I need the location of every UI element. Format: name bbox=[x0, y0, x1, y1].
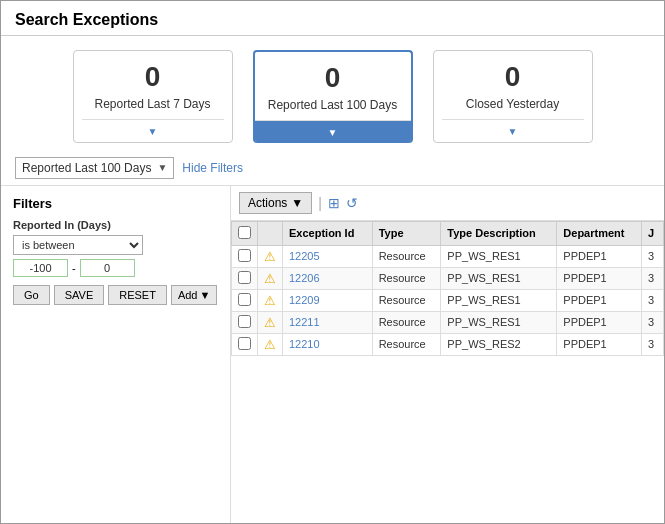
card-closed-yesterday-arrow: ▼ bbox=[442, 119, 584, 142]
exception-id-cell: 12209 bbox=[283, 289, 373, 311]
card-closed-yesterday[interactable]: 0 Closed Yesterday ▼ bbox=[433, 50, 593, 143]
j-cell: 3 bbox=[642, 267, 664, 289]
filter-condition-row: is between bbox=[13, 235, 218, 255]
type-cell: Resource bbox=[372, 267, 441, 289]
filter-condition-select[interactable]: is between bbox=[13, 235, 143, 255]
filter-number-row: - bbox=[13, 259, 218, 277]
warning-icon: ⚠ bbox=[264, 293, 276, 308]
card-reported-7-label: Reported Last 7 Days bbox=[82, 97, 224, 113]
card-reported-7-arrow: ▼ bbox=[82, 119, 224, 142]
row-checkbox[interactable] bbox=[238, 337, 251, 350]
reset-button[interactable]: RESET bbox=[108, 285, 167, 305]
table-row: ⚠12205ResourcePP_WS_RES1PPDEP13 bbox=[232, 245, 664, 267]
type-desc-cell: PP_WS_RES1 bbox=[441, 267, 557, 289]
row-checkbox[interactable] bbox=[238, 315, 251, 328]
table-row: ⚠12210ResourcePP_WS_RES2PPDEP13 bbox=[232, 333, 664, 355]
expand-icon[interactable]: ⊞ bbox=[328, 195, 340, 211]
refresh-icon[interactable]: ↺ bbox=[346, 195, 358, 211]
exceptions-table: Exception Id Type Type Description Depar… bbox=[231, 221, 664, 356]
exception-id-link[interactable]: 12209 bbox=[289, 294, 320, 306]
type-desc-cell: PP_WS_RES1 bbox=[441, 289, 557, 311]
exception-id-cell: 12211 bbox=[283, 311, 373, 333]
department-cell: PPDEP1 bbox=[557, 333, 642, 355]
table-row: ⚠12206ResourcePP_WS_RES1PPDEP13 bbox=[232, 267, 664, 289]
table-header-row: Exception Id Type Type Description Depar… bbox=[232, 221, 664, 245]
warning-icon: ⚠ bbox=[264, 249, 276, 264]
chevron-down-icon: ▼ bbox=[199, 289, 210, 301]
filter-dropdown[interactable]: Reported Last 100 Days ▼ bbox=[15, 157, 174, 179]
card-reported-7[interactable]: 0 Reported Last 7 Days ▼ bbox=[73, 50, 233, 143]
type-cell: Resource bbox=[372, 311, 441, 333]
card-closed-yesterday-number: 0 bbox=[442, 61, 584, 93]
right-panel: Actions ▼ | ⊞ ↺ Exception Id Type bbox=[231, 186, 664, 523]
th-type: Type bbox=[372, 221, 441, 245]
exception-id-link[interactable]: 12210 bbox=[289, 338, 320, 350]
department-cell: PPDEP1 bbox=[557, 289, 642, 311]
main-container: Search Exceptions 0 Reported Last 7 Days… bbox=[0, 0, 665, 524]
warning-icon: ⚠ bbox=[264, 271, 276, 286]
exception-id-link[interactable]: 12211 bbox=[289, 316, 320, 328]
table-row: ⚠12209ResourcePP_WS_RES1PPDEP13 bbox=[232, 289, 664, 311]
j-cell: 3 bbox=[642, 333, 664, 355]
warning-cell: ⚠ bbox=[258, 245, 283, 267]
select-all-checkbox[interactable] bbox=[238, 226, 251, 239]
row-checkbox[interactable] bbox=[238, 293, 251, 306]
chevron-down-icon: ▼ bbox=[328, 127, 338, 138]
save-button[interactable]: SAVE bbox=[54, 285, 105, 305]
actions-button[interactable]: Actions ▼ bbox=[239, 192, 312, 214]
type-desc-cell: PP_WS_RES1 bbox=[441, 311, 557, 333]
department-cell: PPDEP1 bbox=[557, 267, 642, 289]
warning-cell: ⚠ bbox=[258, 333, 283, 355]
add-button[interactable]: Add ▼ bbox=[171, 285, 217, 305]
row-checkbox[interactable] bbox=[238, 271, 251, 284]
type-desc-cell: PP_WS_RES1 bbox=[441, 245, 557, 267]
toolbar-separator: | bbox=[318, 195, 322, 211]
card-reported-100-number: 0 bbox=[263, 62, 403, 94]
exception-id-link[interactable]: 12206 bbox=[289, 272, 320, 284]
exception-id-link[interactable]: 12205 bbox=[289, 250, 320, 262]
filter-section-label: Reported In (Days) bbox=[13, 219, 218, 231]
card-reported-100-label: Reported Last 100 Days bbox=[263, 98, 403, 114]
table-body: ⚠12205ResourcePP_WS_RES1PPDEP13⚠12206Res… bbox=[232, 245, 664, 355]
j-cell: 3 bbox=[642, 311, 664, 333]
card-closed-yesterday-label: Closed Yesterday bbox=[442, 97, 584, 113]
cards-row: 0 Reported Last 7 Days ▼ 0 Reported Last… bbox=[1, 36, 664, 151]
hide-filters-link[interactable]: Hide Filters bbox=[182, 161, 243, 175]
th-checkbox bbox=[232, 221, 258, 245]
content-area: Filters Reported In (Days) is between - … bbox=[1, 186, 664, 523]
filter-bar: Reported Last 100 Days ▼ Hide Filters bbox=[1, 151, 664, 186]
filters-title: Filters bbox=[13, 196, 218, 211]
exception-id-cell: 12205 bbox=[283, 245, 373, 267]
department-cell: PPDEP1 bbox=[557, 311, 642, 333]
card-reported-100[interactable]: 0 Reported Last 100 Days ▼ bbox=[253, 50, 413, 143]
j-cell: 3 bbox=[642, 245, 664, 267]
type-cell: Resource bbox=[372, 245, 441, 267]
filter-from-input[interactable] bbox=[13, 259, 68, 277]
left-panel: Filters Reported In (Days) is between - … bbox=[1, 186, 231, 523]
chevron-down-icon: ▼ bbox=[291, 196, 303, 210]
action-btns-row: Go SAVE RESET Add ▼ bbox=[13, 285, 218, 305]
warning-icon: ⚠ bbox=[264, 315, 276, 330]
warning-icon: ⚠ bbox=[264, 337, 276, 352]
filter-to-input[interactable] bbox=[80, 259, 135, 277]
table-row: ⚠12211ResourcePP_WS_RES1PPDEP13 bbox=[232, 311, 664, 333]
warning-cell: ⚠ bbox=[258, 289, 283, 311]
filter-dropdown-value: Reported Last 100 Days bbox=[22, 161, 151, 175]
page-title: Search Exceptions bbox=[1, 1, 664, 36]
go-button[interactable]: Go bbox=[13, 285, 50, 305]
j-cell: 3 bbox=[642, 289, 664, 311]
th-exception-id: Exception Id bbox=[283, 221, 373, 245]
row-checkbox[interactable] bbox=[238, 249, 251, 262]
chevron-down-icon: ▼ bbox=[508, 126, 518, 137]
exception-id-cell: 12206 bbox=[283, 267, 373, 289]
department-cell: PPDEP1 bbox=[557, 245, 642, 267]
table-container: Exception Id Type Type Description Depar… bbox=[231, 221, 664, 523]
warning-cell: ⚠ bbox=[258, 311, 283, 333]
chevron-down-icon: ▼ bbox=[148, 126, 158, 137]
th-department: Department bbox=[557, 221, 642, 245]
filter-separator: - bbox=[72, 262, 76, 274]
warning-cell: ⚠ bbox=[258, 267, 283, 289]
exception-id-cell: 12210 bbox=[283, 333, 373, 355]
type-cell: Resource bbox=[372, 289, 441, 311]
card-reported-100-arrow: ▼ bbox=[255, 120, 411, 143]
